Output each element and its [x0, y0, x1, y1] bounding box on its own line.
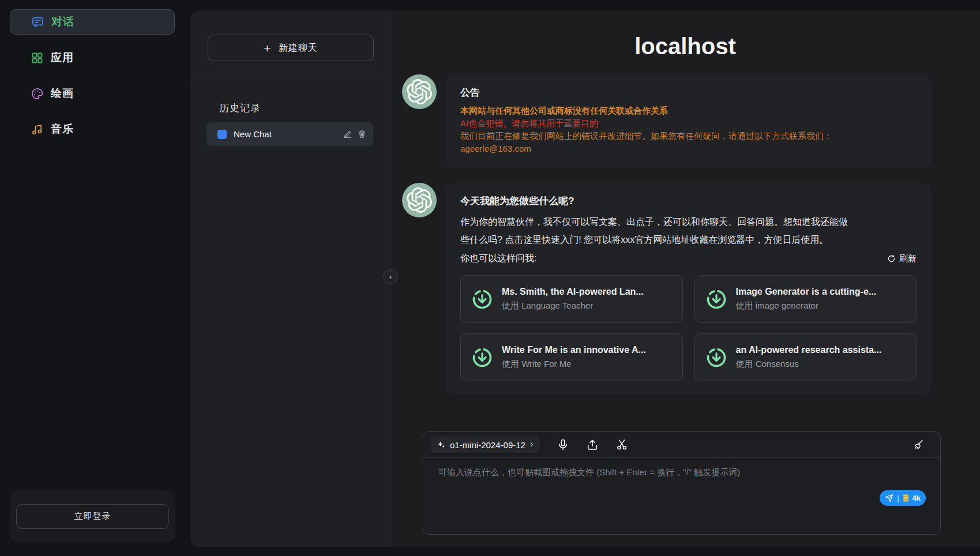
download-circle-icon: [471, 347, 493, 369]
sidebar-item-apps[interactable]: 应用: [10, 45, 175, 70]
delete-trash-icon[interactable]: [358, 130, 366, 138]
chat-list-panel: + 新建聊天 历史记录 New Chat: [190, 10, 391, 547]
paper-plane-icon: [885, 494, 893, 502]
sidebar-item-chat[interactable]: 对话: [10, 9, 175, 35]
chat-item-title: New Chat: [234, 129, 336, 139]
token-coins-icon: [903, 494, 909, 502]
new-chat-button[interactable]: + 新建聊天: [208, 35, 374, 61]
refresh-icon: [887, 254, 896, 263]
suggestion-subtitle: 使用 Write For Me: [502, 359, 646, 370]
model-selector[interactable]: o1-mini-2024-09-12 ›: [430, 436, 540, 453]
download-circle-icon: [705, 347, 727, 369]
apps-grid-icon: [31, 51, 44, 65]
token-count: 4k: [913, 494, 921, 502]
chat-bubble-icon: [31, 16, 44, 29]
suggestion-title: Ms. Smith, the AI-powered Lan...: [502, 287, 644, 297]
history-title: 历史记录: [219, 102, 261, 115]
download-circle-icon: [471, 288, 493, 310]
app-container: + 新建聊天 历史记录 New Chat ‹ localhost: [190, 10, 980, 547]
suggestion-subtitle: 使用 image generator: [736, 300, 877, 311]
assistant-avatar: [402, 183, 437, 217]
announcement-line-1: 本网站与任何其他公司或商标没有任何关联或合作关系: [460, 104, 917, 117]
assistant-avatar: [402, 74, 437, 109]
sidebar-item-drawing[interactable]: 绘画: [10, 81, 175, 106]
suggestion-title: Image Generator is a cutting-e...: [736, 287, 877, 297]
chevron-left-icon: ‹: [389, 272, 392, 281]
sidebar: 对话 应用 绘画 音乐 立即登录: [0, 0, 190, 556]
announcement-line-3: 我们目前正在修复我们网站上的错误并改进细节。如果您有任何疑问，请通过以下方式联系…: [460, 130, 917, 142]
message-input[interactable]: [422, 458, 940, 534]
welcome-bubble: 今天我能为您做些什么呢? 作为你的智慧伙伴，我不仅可以写文案、出点子，还可以和你…: [445, 183, 932, 394]
welcome-heading: 今天我能为您做些什么呢?: [460, 194, 917, 208]
prompt-line: 你也可以这样问我:: [460, 250, 536, 267]
sidebar-item-label: 音乐: [51, 122, 74, 137]
suggestion-subtitle: 使用 Language Teacher: [502, 300, 644, 311]
clear-broom-icon[interactable]: [912, 439, 924, 451]
main-chat-area: localhost 公告 本网站与任何其他公司或商标没有任何关联或合作关系 AI…: [391, 10, 980, 547]
composer-toolbar: o1-mini-2024-09-12 ›: [422, 432, 940, 458]
scissors-icon[interactable]: [615, 438, 628, 451]
login-button[interactable]: 立即登录: [16, 504, 169, 529]
sidebar-item-label: 应用: [51, 50, 74, 65]
music-note-icon: [31, 123, 44, 136]
collapse-sidebar-button[interactable]: ‹: [383, 269, 398, 284]
chat-color-swatch-icon: [217, 130, 227, 139]
sidebar-item-label: 对话: [51, 14, 74, 29]
microphone-icon[interactable]: [557, 438, 569, 451]
suggestion-card[interactable]: Write For Me is an innovative A... 使用 Wr…: [460, 333, 683, 381]
refresh-label: 刷新: [899, 253, 917, 264]
refresh-suggestions-link[interactable]: 刷新: [887, 253, 917, 264]
panel-divider: [190, 80, 390, 80]
prompt-row: 你也可以这样问我: 刷新: [460, 250, 917, 267]
openai-logo-icon: [407, 187, 432, 213]
page-title: localhost: [391, 33, 980, 59]
send-divider: |: [897, 494, 899, 502]
welcome-body: 作为你的智慧伙伴，我不仅可以写文案、出点子，还可以和你聊天、回答问题。想知道我还…: [460, 213, 853, 249]
model-label: o1-mini-2024-09-12: [450, 440, 525, 450]
suggestion-card[interactable]: an AI-powered research assista... 使用 Con…: [694, 333, 917, 381]
announcement-message: 公告 本网站与任何其他公司或商标没有任何关联或合作关系 AI也会犯错。请勿将其用…: [391, 74, 980, 168]
composer-panel: o1-mini-2024-09-12 ›: [422, 431, 941, 535]
chat-list-item[interactable]: New Chat: [206, 122, 373, 146]
new-chat-label: 新建聊天: [279, 42, 318, 54]
suggestion-title: an AI-powered research assista...: [736, 345, 882, 355]
composer-input-area: | 4k: [422, 458, 940, 534]
chat-item-actions: [343, 130, 366, 138]
welcome-message: 今天我能为您做些什么呢? 作为你的智慧伙伴，我不仅可以写文案、出点子，还可以和你…: [391, 183, 980, 394]
suggestion-card[interactable]: Ms. Smith, the AI-powered Lan... 使用 Lang…: [460, 275, 683, 323]
send-button[interactable]: | 4k: [880, 490, 926, 506]
plus-icon: +: [264, 42, 271, 54]
sparkle-icon: [437, 441, 445, 449]
palette-icon: [31, 87, 44, 100]
upload-icon[interactable]: [586, 438, 599, 451]
suggestion-subtitle: 使用 Consensus: [736, 359, 882, 370]
chevron-right-icon: ›: [530, 439, 533, 450]
contact-email-link[interactable]: ageerle@163.com: [460, 142, 531, 155]
suggestion-grid: Ms. Smith, the AI-powered Lan... 使用 Lang…: [460, 275, 917, 381]
announcement-bubble: 公告 本网站与任何其他公司或商标没有任何关联或合作关系 AI也会犯错。请勿将其用…: [445, 74, 932, 168]
openai-logo-icon: [407, 79, 432, 104]
announcement-line-2: AI也会犯错。请勿将其用于重要目的: [460, 117, 917, 130]
edit-pencil-icon[interactable]: [343, 130, 352, 138]
suggestion-card[interactable]: Image Generator is a cutting-e... 使用 ima…: [694, 275, 917, 323]
announcement-heading: 公告: [460, 86, 917, 99]
sidebar-item-label: 绘画: [51, 86, 74, 101]
suggestion-title: Write For Me is an innovative A...: [502, 345, 646, 355]
download-circle-icon: [705, 288, 727, 310]
login-card: 立即登录: [10, 490, 175, 542]
sidebar-item-music[interactable]: 音乐: [10, 117, 175, 142]
